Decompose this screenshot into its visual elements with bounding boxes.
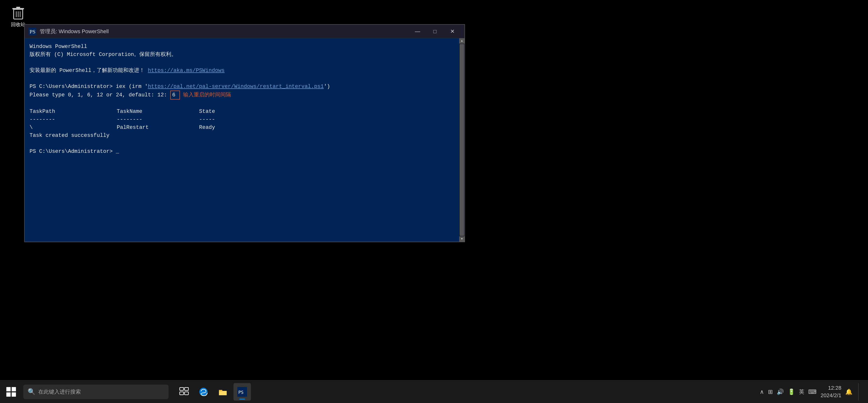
search-placeholder: 在此键入进行搜索	[38, 388, 81, 396]
powershell-window-icon: PS	[28, 27, 37, 36]
table-row-path: \	[30, 124, 117, 131]
interval-input[interactable]: 6	[170, 91, 180, 99]
clock-date: 2024/2/1	[820, 392, 841, 399]
task-created-msg: Task created successfully	[30, 131, 460, 140]
svg-rect-2	[16, 7, 20, 8]
svg-rect-17	[219, 391, 227, 395]
scroll-thumb[interactable]	[460, 44, 464, 236]
taskbar-clock[interactable]: 12:28 2024/2/1	[820, 384, 841, 399]
table-row-name: PalRestart	[117, 124, 199, 131]
show-desktop-button[interactable]	[858, 383, 862, 401]
taskbar-app-icons: PS	[175, 383, 251, 401]
svg-rect-14	[180, 392, 184, 395]
table-header-name: TaskName	[117, 107, 199, 116]
svg-rect-13	[185, 388, 188, 391]
tray-overflow-button[interactable]: ∧	[760, 389, 764, 395]
recycle-bin-label: 回收站	[11, 21, 25, 28]
table-sep-path: --------	[30, 116, 117, 124]
taskbar-search-box[interactable]: 🔍 在此键入进行搜索	[23, 384, 168, 399]
scroll-up-button[interactable]: ▲	[459, 38, 465, 43]
terminal-final-prompt: PS C:\Users\Administrator> _	[30, 148, 460, 155]
svg-text:PS: PS	[30, 29, 35, 35]
svg-rect-15	[185, 392, 188, 395]
svg-rect-8	[6, 387, 11, 392]
terminal-line-2: 版权所有 (C) Microsoft Corporation。保留所有权利。	[30, 51, 460, 59]
table-sep-state: -----	[199, 116, 248, 124]
title-bar: PS 管理员: Windows PowerShell — □ ✕	[25, 25, 465, 38]
svg-rect-10	[6, 392, 11, 397]
powershell-taskbar-button[interactable]: PS	[234, 383, 251, 401]
network-icon[interactable]: ⊞	[768, 389, 773, 395]
cmd-url: https://pal.net/pal-server/Windows/resta…	[148, 84, 324, 90]
terminal-line-3: 安装最新的 PowerShell，了解新功能和改进！ https://aka.m…	[30, 67, 460, 74]
battery-icon[interactable]: 🔋	[788, 389, 795, 395]
scroll-down-button[interactable]: ▼	[459, 237, 465, 242]
search-icon: 🔍	[28, 388, 35, 396]
taskbar: 🔍 在此键入进行搜索	[0, 380, 868, 403]
task-view-button[interactable]	[175, 383, 193, 401]
svg-rect-1	[12, 8, 24, 9]
ps-update-text: 安装最新的 PowerShell，了解新功能和改进！	[30, 68, 145, 73]
table-sep-row: -------- -------- -----	[30, 116, 460, 124]
table-header-path: TaskPath	[30, 107, 117, 116]
active-indicator	[239, 399, 245, 400]
terminal-line-1: Windows PowerShell	[30, 42, 460, 51]
ps-update-link[interactable]: https://aka.ms/PSWindows	[148, 68, 224, 73]
volume-icon[interactable]: 🔊	[777, 389, 784, 395]
system-tray: ∧ ⊞ 🔊 🔋 英 ⌨ 12:28 2024/2/1 🔔	[760, 383, 866, 401]
table-header-state: State	[199, 107, 248, 116]
svg-rect-18	[219, 390, 222, 392]
minimize-button[interactable]: —	[409, 25, 426, 38]
clock-time: 12:28	[820, 384, 841, 392]
terminal-line-4: PS C:\Users\Administrator> iex (irm 'htt…	[30, 83, 460, 91]
prompt-1: PS C:\Users\Administrator>	[30, 84, 113, 90]
language-indicator[interactable]: 英	[799, 388, 804, 396]
edge-browser-button[interactable]	[195, 383, 212, 401]
svg-text:PS: PS	[238, 390, 244, 395]
start-button[interactable]	[2, 383, 20, 401]
final-prompt-text: PS C:\Users\Administrator>	[30, 149, 113, 155]
recycle-bin-image	[10, 5, 26, 20]
annotation-label: 输入重启的时间间隔	[183, 92, 231, 98]
table-header-row: TaskPath TaskName State	[30, 107, 460, 116]
maximize-button[interactable]: □	[426, 25, 444, 38]
scrollbar[interactable]: ▲ ▼	[459, 38, 465, 242]
window-title: 管理员: Windows PowerShell	[40, 28, 409, 35]
file-explorer-button[interactable]	[214, 383, 231, 401]
notification-icon[interactable]: 🔔	[845, 389, 852, 395]
cmd-iex: iex (irm '	[116, 84, 148, 90]
svg-rect-12	[180, 388, 184, 391]
terminal-body: Windows PowerShell 版权所有 (C) Microsoft Co…	[25, 38, 465, 242]
desktop: 回收站 PS 管理员: Windows PowerShell — □ ✕ Win…	[0, 0, 868, 380]
svg-rect-11	[11, 392, 16, 397]
close-button[interactable]: ✕	[444, 25, 461, 38]
cmd-close: ')	[324, 84, 330, 90]
powershell-window: PS 管理员: Windows PowerShell — □ ✕ Windows…	[24, 24, 465, 242]
table-row-state: Ready	[199, 124, 248, 131]
ime-icon[interactable]: ⌨	[808, 389, 817, 395]
svg-rect-9	[11, 387, 16, 392]
terminal-line-5: Please type 0, 1, 6, 12 or 24, default: …	[30, 91, 460, 99]
table-sep-name: --------	[117, 116, 199, 124]
window-controls: — □ ✕	[409, 25, 461, 38]
prompt-text: Please type 0, 1, 6, 12 or 24, default: …	[30, 92, 167, 98]
table-data-row: \ PalRestart Ready	[30, 124, 460, 131]
